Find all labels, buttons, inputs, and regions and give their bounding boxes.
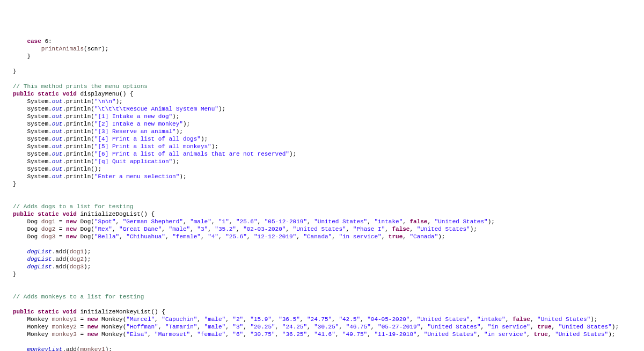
code-line: System.out.println(); xyxy=(13,166,101,172)
comment-dogs: // Adds dogs to a list for testing xyxy=(13,203,133,210)
code-line: printAnimals(scnr); xyxy=(13,46,108,52)
keyword-public: public xyxy=(13,91,34,97)
code-line: System.out.println("[5] Print a list of … xyxy=(13,143,218,150)
code-line: monkeyList.add(monkey1); xyxy=(13,346,112,351)
keyword-static: static xyxy=(38,91,59,97)
code-line: Dog dog2 = new Dog("Rex", "Great Dane", … xyxy=(13,226,477,232)
code-line: System.out.println("[3] Reserve an anima… xyxy=(13,128,183,135)
code-line: dogList.add(dog1); xyxy=(13,248,91,255)
code-line: Monkey monkey3 = new Monkey("Elsa", "Mar… xyxy=(13,331,615,338)
keyword-void: void xyxy=(62,91,76,97)
code-line: System.out.println("\t\t\t\tRescue Anima… xyxy=(13,106,225,112)
code-line: System.out.println("[2] Intake a new mon… xyxy=(13,121,190,127)
code-line: System.out.println("[6] Print a list of … xyxy=(13,151,296,157)
code-line: } xyxy=(13,68,17,75)
code-line: System.out.println("[1] Intake a new dog… xyxy=(13,113,179,120)
code-line: System.out.println("[q] Quit application… xyxy=(13,158,179,165)
comment-monkeys: // Adds monkeys to a list for testing xyxy=(13,294,144,300)
method-name: displayMenu xyxy=(80,91,119,97)
code-line: System.out.println("\n\n"); xyxy=(13,98,123,105)
code-line: Monkey monkey2 = new Monkey("Hoffman", "… xyxy=(13,324,619,330)
code-line: dogList.add(dog2); xyxy=(13,256,91,262)
code-line: Dog dog1 = new Dog("Spot", "German Sheph… xyxy=(13,218,495,225)
code-line: dogList.add(dog3); xyxy=(13,264,91,270)
code-line: } xyxy=(13,53,31,60)
method-name: initializeDogList xyxy=(80,211,140,217)
code-line: System.out.println("Enter a menu selecti… xyxy=(13,173,187,180)
method-name: initializeMonkeyList xyxy=(80,309,151,315)
comment-menu: // This method prints the menu options xyxy=(13,83,148,90)
colon: : xyxy=(48,38,52,45)
code-line: public static void initializeDogList() { xyxy=(13,211,155,217)
code-line: Dog dog3 = new Dog("Bella", "Chihuahua",… xyxy=(13,233,445,240)
code-line: Monkey monkey1 = new Monkey("Marcel", "C… xyxy=(13,316,597,323)
code-line: case 6: xyxy=(13,38,52,45)
code-editor: case 6: printAnimals(scnr); } } // This … xyxy=(0,30,644,351)
keyword-case: case xyxy=(27,38,41,45)
code-line: System.out.println("[4] Print a list of … xyxy=(13,136,208,142)
method-call: printAnimals xyxy=(41,46,84,52)
code-line: } xyxy=(13,181,17,187)
code-line: public static void displayMenu() { xyxy=(13,91,133,97)
code-line: } xyxy=(13,271,17,277)
code-line: public static void initializeMonkeyList(… xyxy=(13,309,165,315)
